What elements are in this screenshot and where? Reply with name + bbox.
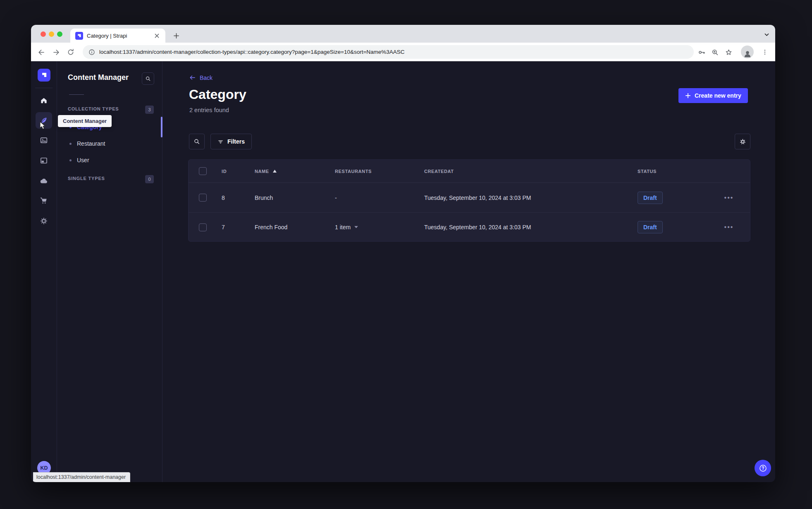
browser-tab[interactable]: Category | Strapi: [70, 29, 165, 43]
tab-title: Category | Strapi: [87, 33, 153, 39]
question-mark-icon: [759, 464, 767, 473]
cell-restaurants: 1 item: [335, 224, 351, 230]
content-type-builder-icon[interactable]: [36, 152, 52, 169]
url-text: localhost:1337/admin/content-manager/col…: [99, 49, 405, 55]
browser-menu-kebab-icon[interactable]: [759, 47, 770, 58]
table-search-button[interactable]: [189, 134, 205, 149]
url-bar[interactable]: localhost:1337/admin/content-manager/col…: [83, 45, 694, 59]
rail-divider: [35, 88, 53, 88]
entries-count: 2 entries found: [189, 107, 229, 113]
maximize-window-button[interactable]: [57, 31, 62, 37]
marketplace-cart-icon[interactable]: [36, 192, 52, 209]
header-name[interactable]: NAME: [255, 169, 335, 174]
cell-createdat: Tuesday, September 10, 2024 at 3:03 PM: [424, 194, 638, 201]
browser-profile-avatar[interactable]: [741, 46, 754, 58]
settings-gear-icon[interactable]: [36, 213, 52, 229]
filter-icon: [217, 139, 224, 145]
table-header-row: ID NAME RESTAURANTS CREATEDAT STATUS: [189, 160, 750, 183]
view-settings-button[interactable]: [735, 134, 750, 149]
status-badge: Draft: [638, 221, 663, 233]
filters-label: Filters: [227, 138, 245, 145]
row-actions-button[interactable]: •••: [714, 223, 743, 231]
main-content: Back Category 2 entries found Create new…: [162, 61, 775, 482]
single-types-label: SINGLE TYPES: [68, 176, 105, 181]
plus-icon: [685, 93, 691, 98]
subnav-item-label: Restaurant: [77, 140, 105, 147]
back-nav-icon[interactable]: [36, 47, 47, 58]
zoom-glass-icon[interactable]: [709, 47, 720, 58]
cell-restaurants: -: [335, 194, 337, 201]
header-restaurants[interactable]: RESTAURANTS: [335, 169, 424, 174]
create-new-entry-label: Create new entry: [695, 92, 741, 99]
row-checkbox[interactable]: [199, 223, 207, 231]
cell-name: French Food: [255, 224, 335, 230]
page-info-icon[interactable]: [88, 49, 95, 55]
entries-table: ID NAME RESTAURANTS CREATEDAT STATUS 8 B…: [188, 159, 750, 242]
back-link[interactable]: Back: [189, 74, 213, 81]
password-key-icon[interactable]: [696, 47, 707, 58]
single-types-count-badge: 0: [145, 175, 154, 183]
strapi-admin-app: KD Content Manager COLLECTION TYPES 3 Ca…: [31, 61, 775, 482]
cell-name: Brunch: [255, 194, 335, 201]
table-row[interactable]: 7 French Food 1 item Tuesday, September …: [189, 212, 750, 242]
subnav-divider: [69, 94, 84, 95]
new-tab-button[interactable]: [171, 30, 182, 41]
browser-toolbar: localhost:1337/admin/content-manager/col…: [31, 43, 775, 61]
content-manager-tooltip: Content Manager: [58, 115, 112, 127]
home-icon[interactable]: [36, 92, 52, 109]
back-label: Back: [200, 74, 213, 81]
sort-asc-icon: [272, 169, 277, 173]
cloud-icon[interactable]: [36, 173, 52, 189]
browser-window: Category | Strapi localhost:1337/admin/c…: [31, 25, 775, 482]
cell-id: 7: [222, 224, 255, 230]
media-library-icon[interactable]: [36, 132, 52, 149]
table-row[interactable]: 8 Brunch - Tuesday, September 10, 2024 a…: [189, 183, 750, 212]
minimize-window-button[interactable]: [49, 31, 54, 37]
strapi-logo[interactable]: [38, 69, 50, 82]
forward-nav-icon[interactable]: [50, 47, 61, 58]
status-badge: Draft: [638, 192, 663, 204]
tab-close-icon[interactable]: [153, 32, 160, 39]
row-checkbox[interactable]: [199, 194, 207, 202]
select-all-checkbox[interactable]: [199, 167, 207, 175]
bullet-icon: [69, 159, 72, 161]
browser-tabstrip: Category | Strapi: [31, 25, 775, 43]
cell-id: 8: [222, 194, 255, 201]
cell-createdat: Tuesday, September 10, 2024 at 3:03 PM: [424, 224, 638, 230]
header-name-label: NAME: [255, 169, 269, 174]
subnav-item-restaurant[interactable]: Restaurant: [69, 139, 105, 149]
row-actions-button[interactable]: •••: [714, 194, 743, 202]
filters-button[interactable]: Filters: [210, 134, 252, 149]
help-button[interactable]: [755, 460, 771, 476]
page-title: Category: [189, 87, 246, 102]
close-window-button[interactable]: [41, 31, 46, 37]
mouse-cursor: [38, 121, 47, 131]
link-status-tooltip: localhost:1337/admin/content-manager: [33, 472, 130, 482]
bookmark-star-icon[interactable]: [723, 47, 734, 58]
strapi-favicon: [75, 32, 83, 40]
subnav-item-label: User: [77, 157, 89, 163]
collection-types-count-badge: 3: [145, 106, 154, 114]
bullet-icon: [69, 143, 72, 145]
tab-search-chevron-icon[interactable]: [761, 29, 772, 40]
back-arrow-icon: [189, 74, 196, 81]
header-id[interactable]: ID: [222, 169, 255, 174]
collection-types-label: COLLECTION TYPES: [68, 106, 119, 111]
reload-icon[interactable]: [65, 47, 76, 58]
subnav-search-button[interactable]: [142, 72, 154, 85]
subnav-item-user[interactable]: User: [69, 155, 89, 165]
header-createdat[interactable]: CREATEDAT: [424, 169, 638, 174]
create-new-entry-button[interactable]: Create new entry: [678, 88, 748, 103]
header-status[interactable]: STATUS: [638, 169, 714, 174]
expand-chevron-icon[interactable]: [354, 226, 358, 229]
subnav-title: Content Manager: [68, 73, 129, 82]
